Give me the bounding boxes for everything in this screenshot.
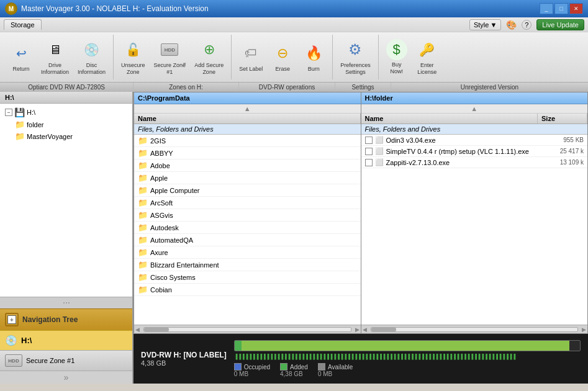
drive-info-button[interactable]: 🖥 DriveInformation [37, 36, 73, 78]
drive-info-icon: 🖥 [44, 38, 66, 61]
secure-zone-label: Secure Zone #1 [26, 357, 75, 364]
list-item[interactable]: ⬜ Odin3 v3.04.exe 955 KB [361, 135, 588, 146]
scroll-left-btn-r[interactable]: ◀ [361, 326, 368, 333]
secure-zone-button[interactable]: HDD Secure Zone#1 ▼ [150, 36, 190, 78]
file-name: Zappiti-v2.7.13.0.exe [386, 159, 538, 166]
folder-icon: 📁 [138, 161, 148, 170]
size-col-header[interactable]: Size [538, 114, 587, 124]
list-item[interactable]: 📁 AutomatedQA [134, 234, 361, 246]
file-name: 2GIS [150, 137, 357, 145]
scroll-left-btn[interactable]: ◀ [134, 326, 141, 333]
nav-tree-panel[interactable]: + Navigation Tree [0, 308, 132, 330]
file-checkbox[interactable] [365, 137, 373, 144]
return-button[interactable]: ↩ Return [6, 40, 36, 75]
folder-icon: 📁 [138, 148, 148, 158]
folder-icon: 📁 [138, 285, 148, 294]
occupied-color [234, 363, 242, 371]
scroll-thumb[interactable] [144, 328, 169, 331]
folder-icon: 📁 [138, 272, 148, 282]
dots-pattern: ▐▐▐▐▐▐▐▐▐▐▐▐▐▐▐▐▐▐▐▐▐▐▐▐▐▐▐▐▐▐▐▐▐▐▐▐▐▐▐▐… [234, 354, 515, 359]
title-bar-left: M Master Voyager 3.00 - NOLABEL H: - Eva… [5, 2, 209, 15]
list-item[interactable]: 📁 ABBYY [134, 147, 361, 160]
scroll-track-r[interactable] [371, 327, 579, 332]
maximize-button[interactable]: □ [554, 3, 568, 14]
secure-zone-item[interactable]: HDD Secure Zone #1 [0, 350, 132, 371]
legend-occupied-row: Occupied [234, 363, 270, 371]
list-item[interactable]: 📁 Autodesk [134, 222, 361, 234]
set-label-button[interactable]: 🏷 Set Label [235, 40, 266, 75]
storage-bar: DVD-RW H: [NO LABEL] 4,38 GB ▐▐▐▐▐▐▐▐▐▐▐… [133, 334, 588, 384]
file-checkbox[interactable] [365, 148, 373, 155]
close-button[interactable]: ✕ [569, 3, 583, 14]
list-item[interactable]: 📁 Adobe [134, 160, 361, 172]
left-bottom: ⋯ + Navigation Tree 💿 H:\ HDD Secure Zon… [0, 297, 132, 384]
drive-icon: 💾 [14, 107, 25, 117]
list-item[interactable]: ⬜ SimpleTV 0.4.4 r (rtmp) setup (VLC 1.1… [361, 146, 588, 157]
file-name: Autodesk [150, 224, 357, 231]
list-item[interactable]: 📁 Axure [134, 246, 361, 259]
toolbar-group-4: ⚙ PreferencesSettings [333, 35, 379, 79]
list-item[interactable]: 📁 Cobian [134, 284, 361, 296]
list-item[interactable]: 📁 2GIS [134, 135, 361, 147]
name-col-header-r[interactable]: Name [361, 114, 538, 124]
left-file-list[interactable]: 📁 2GIS 📁 ABBYY 📁 Adobe 📁 Apple [134, 135, 361, 325]
list-item[interactable]: 📁 ArcSoft [134, 197, 361, 209]
progress-dots: ▐▐▐▐▐▐▐▐▐▐▐▐▐▐▐▐▐▐▐▐▐▐▐▐▐▐▐▐▐▐▐▐▐▐▐▐▐▐▐▐… [234, 354, 581, 359]
main-toolbar: ↩ Return 🖥 DriveInformation 💿 DiscInform… [0, 32, 588, 82]
preferences-label: PreferencesSettings [340, 62, 371, 76]
group-label-5: Unregistered Version [391, 83, 588, 92]
help-icon[interactable]: ? [522, 20, 531, 30]
tree-item-mastervoyager[interactable]: 📁 MasterVoyager [2, 130, 130, 142]
tree-collapse-icon[interactable]: − [5, 109, 12, 116]
set-label-icon: 🏷 [240, 42, 262, 65]
up-arrow-left[interactable]: ▲ [134, 104, 361, 114]
legend-area: Occupied 0 MB Added 4,38 GB [234, 363, 581, 377]
right-file-list[interactable]: ⬜ Odin3 v3.04.exe 955 KB ⬜ SimpleTV 0.4.… [361, 135, 588, 325]
set-label-label: Set Label [239, 66, 263, 73]
style-button[interactable]: Style ▼ [469, 19, 501, 30]
h-drive-item[interactable]: 💿 H:\ [0, 330, 132, 350]
available-label: Available [328, 364, 353, 371]
unsecure-zone-button[interactable]: 🔓 UnsecureZone [117, 36, 149, 78]
group-label-4: Settings [335, 83, 391, 92]
list-item[interactable]: 📁 Apple [134, 172, 361, 184]
burn-button[interactable]: 🔥 Burn [299, 40, 328, 75]
add-secure-zone-button[interactable]: ⊕ Add SecureZone [191, 36, 227, 78]
buy-now-button[interactable]: $ BuyNow! [382, 37, 411, 78]
scroll-right-btn[interactable]: ▶ [354, 326, 361, 333]
name-col-header[interactable]: Name [134, 114, 361, 124]
tree-item-folder[interactable]: 📁 folder [2, 119, 130, 130]
tree-item-drive[interactable]: − 💾 H:\ [2, 106, 130, 119]
live-update-button[interactable]: Live Update [536, 19, 584, 30]
tree-mastervoyager-label: MasterVoyager [27, 133, 73, 140]
list-item[interactable]: 📁 Blizzard Entertainment [134, 259, 361, 271]
file-tree[interactable]: − 💾 H:\ 📁 folder 📁 MasterVoyager [0, 104, 132, 297]
left-scrollbar[interactable]: ◀ ▶ [134, 325, 361, 333]
preferences-button[interactable]: ⚙ PreferencesSettings [337, 36, 374, 78]
list-item[interactable]: ⬜ Zappiti-v2.7.13.0.exe 13 109 k [361, 157, 588, 168]
right-content: C:\ProgramData ▲ Name Files, Folders and… [133, 92, 588, 384]
file-name: Cobian [150, 286, 357, 294]
disc-info-button[interactable]: 💿 DiscInformation [74, 36, 109, 78]
up-arrow-right[interactable]: ▲ [361, 104, 588, 114]
right-panel-header: H:\folder [361, 92, 588, 104]
right-scrollbar[interactable]: ◀ ▶ [361, 325, 588, 333]
toolbar-top: Storage Style ▼ 🎨 ? Live Update [0, 17, 588, 32]
file-checkbox[interactable] [365, 159, 373, 166]
minimize-button[interactable]: _ [540, 3, 553, 14]
enter-license-button[interactable]: 🔑 EnterLicense [412, 36, 442, 78]
erase-button[interactable]: ⊖ Erase [268, 40, 297, 75]
group-label-1: Optiarc DVD RW AD-7280S [0, 83, 133, 92]
resize-dots[interactable]: ⋯ [0, 297, 132, 308]
storage-tab[interactable]: Storage [4, 19, 42, 30]
scroll-track[interactable] [143, 327, 351, 332]
toolbar-group-5: $ BuyNow! 🔑 EnterLicense [379, 35, 446, 79]
scroll-right-btn-r[interactable]: ▶ [581, 326, 587, 333]
list-item[interactable]: 📁 ASGvis [134, 209, 361, 222]
expand-arrows-button[interactable]: » [0, 371, 132, 384]
occupied-segment [235, 341, 242, 351]
list-item[interactable]: 📁 Cisco Systems [134, 271, 361, 284]
nav-tree-expand-icon[interactable]: + [5, 313, 19, 326]
list-item[interactable]: 📁 Apple Computer [134, 184, 361, 197]
scroll-thumb-r[interactable] [371, 328, 396, 331]
